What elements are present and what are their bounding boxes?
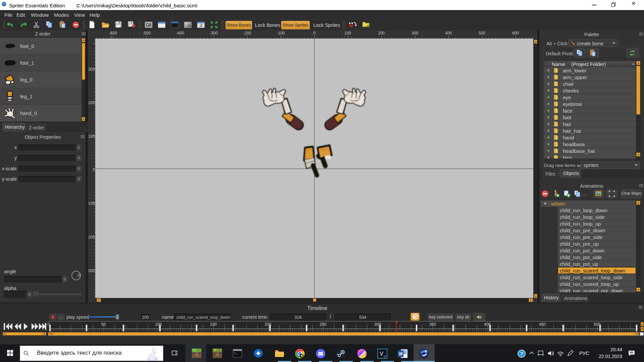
svg-text:?: ?: [520, 351, 523, 356]
svg-text:V: V: [380, 351, 383, 357]
svg-text:W: W: [399, 352, 403, 356]
svg-text:17: 17: [384, 355, 386, 358]
svg-text:>_: >_: [234, 352, 237, 355]
